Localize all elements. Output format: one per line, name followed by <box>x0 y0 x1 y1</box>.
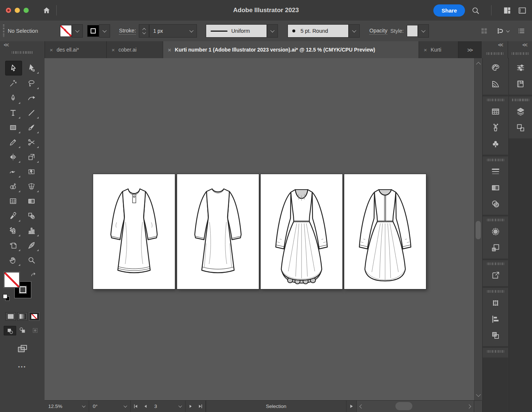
fill-color-dropdown[interactable] <box>72 24 83 38</box>
panel-group-grip[interactable] <box>487 99 504 101</box>
collapse-panels-icon[interactable]: << <box>522 42 527 48</box>
graphic-style-dropdown[interactable] <box>418 24 429 38</box>
document-setup-icon[interactable] <box>518 6 527 15</box>
panel-button-symbols[interactable] <box>483 136 508 152</box>
toolbar-grip[interactable] <box>12 51 33 54</box>
tool-hand[interactable] <box>5 253 21 267</box>
brush-definition-dropdown[interactable] <box>349 24 360 38</box>
panel-button-transparency[interactable] <box>483 196 508 212</box>
snap-options-button[interactable] <box>496 27 509 35</box>
zoom-level-select[interactable]: 12.5% <box>45 401 89 412</box>
tool-shape-builder[interactable] <box>5 179 21 193</box>
artboard-1[interactable] <box>93 174 175 289</box>
stroke-width-select[interactable]: 1 px <box>149 24 197 38</box>
first-artboard-button[interactable] <box>131 401 141 412</box>
stroke-label[interactable]: Stroke: <box>119 28 136 35</box>
horizontal-scrollbar[interactable] <box>356 401 474 412</box>
draw-normal-icon[interactable] <box>4 326 16 335</box>
canvas[interactable] <box>45 58 474 401</box>
draw-inside-icon[interactable] <box>29 326 41 335</box>
panel-button-appearance[interactable] <box>483 223 508 240</box>
tool-column-graph[interactable] <box>24 223 40 237</box>
document-tab[interactable]: ×Kurti <box>419 41 458 58</box>
vertical-scrollbar[interactable] <box>474 58 482 401</box>
scroll-right-icon[interactable] <box>467 404 471 408</box>
tool-gradient[interactable] <box>24 194 40 208</box>
tool-magic-wand[interactable] <box>5 76 21 90</box>
close-tab-icon[interactable]: × <box>50 47 53 53</box>
horizontal-scrollbar-thumb[interactable] <box>395 402 412 410</box>
brush-definition-select[interactable]: 5 pt. Round <box>288 24 349 38</box>
artboard-2[interactable] <box>177 174 259 289</box>
minimize-window-button[interactable] <box>15 8 20 13</box>
tool-lasso[interactable] <box>24 76 40 90</box>
tool-symbol-sprayer[interactable] <box>5 223 21 237</box>
tool-curvature[interactable] <box>24 91 40 105</box>
stroke-color-dropdown[interactable] <box>99 24 110 38</box>
fill-indicator[interactable] <box>4 272 20 288</box>
artboard-number-select[interactable]: 3 <box>151 401 186 412</box>
default-fill-stroke-icon[interactable] <box>3 294 10 301</box>
tool-slice[interactable] <box>5 238 21 252</box>
tool-blend[interactable] <box>24 209 40 223</box>
scroll-left-icon[interactable] <box>359 404 363 408</box>
home-icon[interactable] <box>42 6 51 15</box>
width-profile-dropdown[interactable] <box>267 24 278 38</box>
panel-button-properties[interactable] <box>509 60 532 76</box>
panel-button-gradient-panel[interactable] <box>483 180 508 196</box>
tool-pen[interactable] <box>5 91 21 105</box>
panel-button-asset-export[interactable] <box>483 267 508 284</box>
tool-scissors[interactable] <box>24 135 40 149</box>
panel-button-libraries[interactable] <box>509 76 532 92</box>
fill-color-swatch[interactable] <box>60 25 72 37</box>
stroke-width-stepper[interactable] <box>139 24 149 38</box>
tool-reflect[interactable] <box>5 150 21 164</box>
tool-knife[interactable] <box>24 238 40 252</box>
close-tab-icon[interactable]: × <box>112 47 115 53</box>
workspace-switcher-icon[interactable] <box>503 6 512 15</box>
panel-group-grip[interactable] <box>487 263 504 265</box>
search-icon[interactable] <box>471 6 480 15</box>
tool-rectangle[interactable] <box>5 120 21 134</box>
draw-behind-icon[interactable] <box>17 326 29 335</box>
tool-selection[interactable] <box>5 61 22 75</box>
tool-width[interactable] <box>5 165 21 179</box>
edit-toolbar-icon[interactable]: ••• <box>0 364 45 370</box>
last-artboard-button[interactable] <box>195 401 206 412</box>
panel-group-grip[interactable] <box>487 290 504 293</box>
panel-group-grip[interactable] <box>487 159 504 161</box>
none-button[interactable] <box>29 312 39 321</box>
collapse-panels-icon[interactable]: << <box>498 42 503 48</box>
panel-button-pathfinder[interactable] <box>483 327 508 344</box>
tool-paintbrush[interactable] <box>24 120 40 134</box>
tool-artboard[interactable] <box>24 165 40 179</box>
tool-free-transform[interactable] <box>24 150 40 164</box>
scroll-up-icon[interactable] <box>476 62 481 67</box>
panel-button-swatches[interactable] <box>483 103 508 120</box>
previous-artboard-button[interactable] <box>141 401 151 412</box>
panel-button-brushes[interactable] <box>483 120 508 136</box>
panel-group-grip[interactable] <box>487 350 504 353</box>
panel-menu-icon[interactable] <box>517 27 525 35</box>
close-tab-icon[interactable]: × <box>168 47 171 53</box>
color-button[interactable] <box>6 312 16 321</box>
tool-line-segment[interactable] <box>24 106 40 120</box>
dock-grip[interactable] <box>486 52 503 55</box>
document-tab[interactable]: ×des ell.ai* <box>45 41 107 58</box>
next-artboard-button[interactable] <box>186 401 195 412</box>
panel-button-transform[interactable] <box>483 295 508 311</box>
panel-button-graphic-styles[interactable] <box>483 240 508 256</box>
gradient-button[interactable] <box>17 312 28 321</box>
panel-button-color[interactable] <box>483 60 508 76</box>
close-window-button[interactable] <box>6 8 11 13</box>
panel-button-stroke[interactable] <box>483 163 508 180</box>
tool-direct-selection[interactable] <box>24 61 40 75</box>
artboard-3[interactable] <box>260 174 343 289</box>
tool-pencil[interactable] <box>5 135 21 149</box>
tool-mesh[interactable] <box>5 194 21 208</box>
panel-group-grip[interactable] <box>487 219 504 221</box>
zoom-window-button[interactable] <box>24 8 29 13</box>
stroke-color-swatch[interactable] <box>87 25 99 37</box>
document-tab[interactable]: ×Kurti number 1 (Adobe Illustrator 2023 … <box>163 41 419 58</box>
vertical-scrollbar-thumb[interactable] <box>476 221 481 239</box>
